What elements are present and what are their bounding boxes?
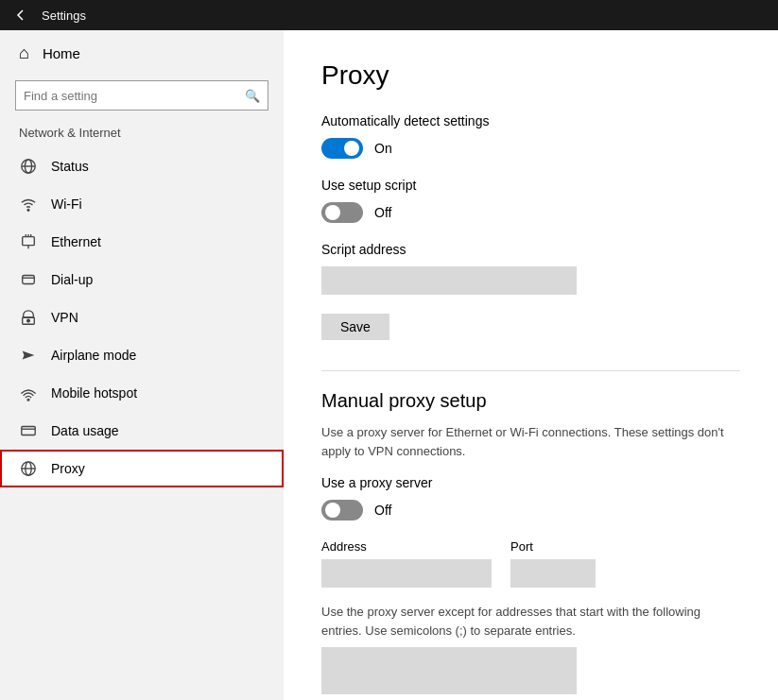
- sidebar-item-status[interactable]: Status: [0, 147, 284, 185]
- sidebar-item-wifi[interactable]: Wi-Fi: [0, 185, 284, 223]
- port-input[interactable]: [510, 559, 596, 588]
- svg-point-12: [27, 319, 30, 322]
- save-button[interactable]: Save: [321, 314, 389, 340]
- home-label: Home: [43, 45, 80, 61]
- sidebar-item-ethernet[interactable]: Ethernet: [0, 223, 284, 261]
- port-label: Port: [510, 539, 596, 554]
- sidebar-item-vpn[interactable]: VPN: [0, 299, 284, 336]
- sidebar-item-dialup[interactable]: Dial-up: [0, 261, 284, 299]
- window-title: Settings: [42, 9, 86, 23]
- address-field-group: Address: [321, 539, 492, 588]
- script-address-group: Script address: [321, 242, 740, 295]
- manual-proxy-desc: Use a proxy server for Ethernet or Wi-Fi…: [321, 423, 728, 460]
- title-bar: Settings: [0, 0, 778, 30]
- dialup-icon: [19, 270, 38, 289]
- setup-script-toggle[interactable]: [321, 202, 363, 223]
- home-icon: ⌂: [19, 43, 29, 63]
- exceptions-input[interactable]: [321, 647, 577, 694]
- use-proxy-toggle-row: Off: [321, 500, 740, 521]
- vpn-label: VPN: [51, 310, 78, 325]
- svg-point-3: [27, 209, 29, 211]
- hotspot-icon: [19, 384, 38, 402]
- address-port-row: Address Port: [321, 539, 740, 588]
- proxy-icon: [19, 459, 38, 478]
- auto-detect-label: Automatically detect settings: [321, 113, 740, 128]
- svg-point-13: [27, 399, 29, 401]
- svg-rect-4: [23, 237, 35, 246]
- auto-detect-toggle-row: On: [321, 138, 740, 159]
- wifi-label: Wi-Fi: [51, 196, 82, 212]
- vpn-icon: [19, 308, 38, 327]
- status-icon: [19, 157, 38, 176]
- script-address-label: Script address: [321, 242, 740, 257]
- sidebar-item-hotspot[interactable]: Mobile hotspot: [0, 374, 284, 412]
- content-area: Proxy Automatically detect settings On U…: [284, 30, 778, 700]
- wifi-icon: [19, 195, 38, 213]
- section-label: Network & Internet: [0, 122, 284, 147]
- sidebar-item-proxy[interactable]: Proxy: [0, 450, 284, 487]
- datausage-label: Data usage: [51, 423, 119, 438]
- dialup-label: Dial-up: [51, 272, 93, 287]
- page-title: Proxy: [321, 60, 740, 91]
- exceptions-desc: Use the proxy server except for addresse…: [321, 603, 728, 640]
- use-proxy-toggle[interactable]: [321, 500, 363, 521]
- auto-detect-toggle[interactable]: [321, 138, 363, 159]
- ethernet-icon: [19, 232, 38, 251]
- search-box: 🔍: [15, 80, 268, 111]
- proxy-label: Proxy: [51, 461, 85, 476]
- use-proxy-state: Off: [374, 503, 391, 518]
- use-proxy-label: Use a proxy server: [321, 475, 740, 490]
- address-input[interactable]: [321, 559, 492, 588]
- sidebar-item-home[interactable]: ⌂ Home: [0, 30, 284, 77]
- back-button[interactable]: [11, 6, 30, 25]
- sidebar: ⌂ Home 🔍 Network & Internet Status: [0, 30, 284, 700]
- status-label: Status: [51, 159, 89, 174]
- main-layout: ⌂ Home 🔍 Network & Internet Status: [0, 30, 778, 700]
- manual-proxy-title: Manual proxy setup: [321, 390, 740, 412]
- search-input[interactable]: [24, 89, 245, 103]
- divider: [321, 370, 740, 371]
- setup-script-toggle-thumb: [325, 205, 340, 220]
- airplane-label: Airplane mode: [51, 348, 136, 363]
- auto-detect-toggle-thumb: [344, 141, 359, 156]
- port-field-group: Port: [510, 539, 596, 588]
- setup-script-label: Use setup script: [321, 178, 740, 193]
- airplane-icon: [19, 346, 38, 365]
- auto-detect-state: On: [374, 141, 392, 156]
- address-label: Address: [321, 539, 492, 554]
- use-proxy-group: Use a proxy server Off: [321, 475, 740, 521]
- use-proxy-toggle-thumb: [325, 503, 340, 518]
- setup-script-toggle-row: Off: [321, 202, 740, 223]
- ethernet-label: Ethernet: [51, 234, 101, 249]
- datausage-icon: [19, 421, 38, 440]
- sidebar-item-datausage[interactable]: Data usage: [0, 412, 284, 450]
- svg-rect-14: [22, 427, 35, 435]
- setup-script-state: Off: [374, 205, 391, 220]
- svg-rect-9: [23, 276, 35, 284]
- hotspot-label: Mobile hotspot: [51, 385, 137, 401]
- setup-script-group: Use setup script Off: [321, 178, 740, 223]
- script-address-input[interactable]: [321, 266, 577, 295]
- sidebar-item-airplane[interactable]: Airplane mode: [0, 336, 284, 374]
- search-icon: 🔍: [245, 89, 260, 103]
- auto-detect-group: Automatically detect settings On: [321, 113, 740, 159]
